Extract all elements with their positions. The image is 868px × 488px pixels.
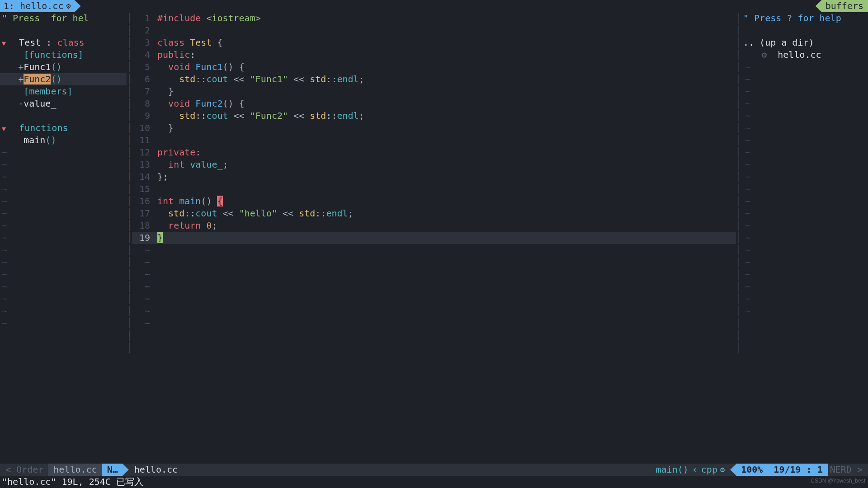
line-number: 16: [132, 195, 155, 207]
status-tagbar-file: hello.cc: [48, 464, 108, 476]
code-line[interactable]: 6 std::cout << "Func1" << std::endl;: [132, 73, 736, 85]
empty-line: ~: [0, 207, 127, 220]
code-line[interactable]: 18 return 0;: [132, 220, 736, 232]
filetree-pane[interactable]: " Press ? for help .. (up a dir) ⚙ hello…: [741, 12, 868, 464]
line-number: 19: [132, 232, 155, 244]
line-number: 15: [132, 183, 155, 195]
tagbar-main[interactable]: main(): [0, 134, 127, 146]
code-content: class Test {: [155, 37, 736, 49]
empty-line: ~: [132, 268, 736, 281]
code-line[interactable]: 11: [132, 134, 736, 146]
empty-line: ~: [743, 207, 868, 220]
watermark: CSDN @Yawesh_best: [811, 475, 865, 487]
code-content: std::cout << "hello" << std::endl;: [155, 207, 736, 220]
tab-label: 1: hello.cc: [4, 0, 63, 12]
status-mode-label: N…: [107, 464, 118, 476]
empty-line: ~: [743, 61, 868, 73]
tabline: 1: hello.cc ⚙ buffers: [0, 0, 868, 12]
line-number: 18: [132, 220, 155, 232]
line-number: 14: [132, 171, 155, 183]
nerd-updir[interactable]: .. (up a dir): [741, 37, 868, 49]
status-position: 100% 19/19 : 1: [730, 464, 828, 476]
nerd-help: " Press ? for help: [741, 12, 868, 24]
empty-line: ~: [743, 122, 868, 134]
code-line[interactable]: 4public:: [132, 49, 736, 61]
empty-line: ~: [743, 268, 868, 281]
status-mode: N…: [102, 464, 129, 476]
code-line[interactable]: 1#include <iostream>: [132, 12, 736, 24]
empty-line: ~: [0, 195, 127, 207]
code-line[interactable]: 13 int value_;: [132, 159, 736, 171]
empty-line: ~: [743, 110, 868, 122]
code-line[interactable]: 9 std::cout << "Func2" << std::endl;: [132, 110, 736, 122]
line-number: 12: [132, 146, 155, 159]
code-content: }: [155, 85, 736, 98]
code-line[interactable]: 16int main() {: [132, 195, 736, 207]
code-line[interactable]: 15: [132, 183, 736, 195]
empty-line: ~: [0, 146, 127, 159]
empty-line: ~: [0, 232, 127, 244]
vertical-separator: ││││││││││││││││││││││││││││: [736, 12, 741, 464]
status-nerd: NERD >: [825, 464, 868, 476]
empty-line: ~: [743, 134, 868, 146]
code-line[interactable]: 14};: [132, 171, 736, 183]
code-content: #include <iostream>: [155, 12, 736, 24]
tab-current[interactable]: 1: hello.cc ⚙: [0, 0, 81, 12]
nerd-file[interactable]: ⚙ hello.cc: [743, 49, 868, 61]
empty-line: ~: [743, 293, 868, 305]
status-percent: 100%: [741, 464, 763, 476]
code-line[interactable]: 2: [132, 24, 736, 37]
code-content: [155, 183, 736, 195]
empty-line: ~: [743, 183, 868, 195]
code-content: int value_;: [155, 159, 736, 171]
empty-line: ~: [743, 195, 868, 207]
command-line[interactable]: "hello.cc" 19L, 254C 已写入: [0, 476, 868, 488]
code-content: void Func2() {: [155, 98, 736, 110]
empty-line: ~: [0, 317, 127, 329]
buffers-label: buffers: [826, 0, 863, 12]
code-line[interactable]: 10 }: [132, 122, 736, 134]
empty-line: ~: [743, 159, 868, 171]
line-number: 7: [132, 85, 155, 98]
empty-line: ~: [743, 305, 868, 317]
line-number: 10: [132, 122, 155, 134]
code-line[interactable]: 17 std::cout << "hello" << std::endl;: [132, 207, 736, 220]
tagbar-members-label[interactable]: [members]: [0, 85, 127, 98]
line-number: 4: [132, 49, 155, 61]
line-number: 17: [132, 207, 155, 220]
code-content: std::cout << "Func1" << std::endl;: [155, 73, 736, 85]
tagbar-member[interactable]: -value_: [0, 98, 127, 110]
empty-line: ~: [0, 183, 127, 195]
tagbar-func1[interactable]: +Func1(): [0, 61, 127, 73]
empty-line: ~: [0, 159, 127, 171]
tagbar-func2[interactable]: +Func2(): [0, 73, 127, 85]
code-line[interactable]: 12private:: [132, 146, 736, 159]
code-content: void Func1() {: [155, 61, 736, 73]
tagbar-help: " Press for hel: [0, 12, 127, 24]
code-line[interactable]: 7 }: [132, 85, 736, 98]
empty-line: ~: [132, 256, 736, 268]
editor-pane[interactable]: 1#include <iostream>23class Test {4publi…: [132, 12, 736, 464]
code-line[interactable]: 5 void Func1() {: [132, 61, 736, 73]
buffers-tab[interactable]: buffers: [816, 0, 868, 12]
empty-line: ~: [0, 268, 127, 281]
tagbar-functions-section[interactable]: ▼ functions: [0, 122, 127, 134]
status-tagbar-file-label: hello.cc: [53, 464, 97, 476]
code-content: int main() {: [155, 195, 736, 207]
tagbar-class[interactable]: ▼ Test : class: [0, 37, 127, 49]
nerd-root[interactable]: ⚙ hello.cc~~~~~~~~~~~~~~~~~~~~~: [741, 49, 868, 61]
code-line[interactable]: 3class Test {: [132, 37, 736, 49]
code-line[interactable]: 8 void Func2() {: [132, 98, 736, 110]
empty-line: ~: [132, 317, 736, 329]
code-line[interactable]: 19}: [132, 232, 736, 244]
tagbar-pane[interactable]: " Press for hel ▼ Test : class [function…: [0, 12, 127, 464]
empty-line: ~: [0, 171, 127, 183]
tagbar-functions-label[interactable]: [functions]: [0, 49, 127, 61]
code-content: [155, 134, 736, 146]
line-number: 13: [132, 159, 155, 171]
line-number: 9: [132, 110, 155, 122]
line-number: 11: [132, 134, 155, 146]
status-nerd-label: NERD: [830, 464, 852, 476]
empty-line: ~: [0, 293, 127, 305]
line-number: 8: [132, 98, 155, 110]
